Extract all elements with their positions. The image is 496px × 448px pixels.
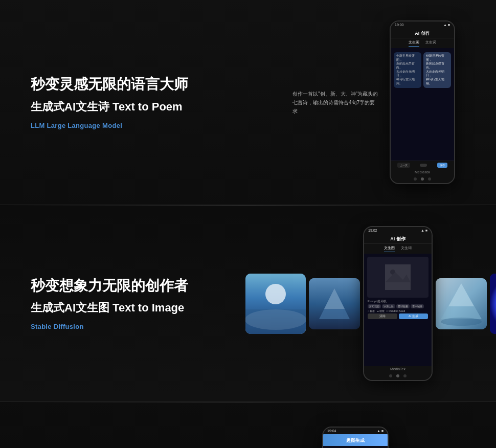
poem-left-line0: 创新世界映蓝图，: [396, 54, 419, 62]
image-signal: ▲ ■: [421, 229, 427, 232]
poem-footer: 上一页 保存: [391, 161, 454, 169]
meme-signal: ▲ ■: [377, 429, 384, 433]
image-radio2[interactable]: ● 精致: [377, 309, 384, 312]
poem-visual-col: 创作一首以"创、新、大、神"为藏头的七言诗，输出的诗需符合4句7字的要求 19:…: [245, 20, 465, 184]
image-tag1[interactable]: 梦幻花园: [368, 304, 381, 308]
svg-point-2: [265, 284, 286, 304]
meme-visual-col: 早上好 19:04 ▲ ■: [245, 423, 465, 448]
svg-rect-14: [490, 274, 496, 334]
poem-phone: 19:00 ▲ ■ AI 创作 文生画 文生词 创新世界映蓝图， 新的起点昂首向…: [390, 20, 455, 184]
meme-screen: 早上好 添加文字： 相机风 4格漫画 相框图 无文字 清除 AI 生成: [323, 446, 388, 449]
poem-save-btn[interactable]: 保存: [437, 163, 447, 168]
image-title-1: 秒变想象力无限的创作者: [31, 277, 245, 295]
poem-tab-right[interactable]: 文生词: [425, 40, 436, 47]
poem-prev-btn[interactable]: 上一页: [397, 163, 410, 168]
image-phone-statusbar: 19:02 ▲ ■: [364, 227, 432, 234]
poem-left-line3: 神马行空天地翔。: [396, 78, 419, 85]
image-phone: 19:02 ▲ ■ AI 创作 文生图 文生词 Pr: [363, 226, 433, 381]
poem-text-col: 秒变灵感无限的语言大师 生成式AI文生诗 Text to Poem LLM La…: [31, 75, 245, 129]
poem-right-line2: 大步走向光明日，: [426, 70, 448, 78]
poem-like-btn[interactable]: [420, 164, 427, 167]
poem-tab-left[interactable]: 文生画: [409, 40, 419, 47]
poem-left-line1: 新的起点昂首向。: [396, 62, 419, 70]
image-tag: Stable Diffusion: [31, 323, 245, 330]
image-nav-recent[interactable]: [403, 374, 407, 377]
image-ai-btn[interactable]: AI 生成: [399, 313, 429, 319]
meme-cards-wrap: 早上好 19:04 ▲ ■: [245, 423, 465, 448]
landscape-tile-1: [245, 274, 306, 334]
landscape-tile-4: [490, 274, 496, 334]
svg-rect-3: [245, 309, 306, 334]
image-preview: [367, 257, 429, 298]
poem-brand: MediaTek: [391, 169, 454, 175]
poem-title-1: 秒变灵感无限的语言大师: [31, 75, 245, 94]
landscape-tile-3: [436, 278, 487, 329]
meme-phone: 19:04 ▲ ■ 趣图生成 早上好 添加文字： 相机风 4格漫画: [322, 427, 389, 449]
poem-instruction: 创作一首以"创、新、大、神"为藏头的七言诗，输出的诗需符合4句7字的要求: [292, 89, 379, 116]
image-visual-col: 19:02 ▲ ■ AI 创作 文生图 文生词 Pr: [245, 226, 496, 381]
image-home-bar: [364, 372, 432, 380]
image-buttons: 清除 AI 生成: [368, 313, 428, 319]
poem-ai-header: AI 创作: [391, 28, 454, 38]
poem-screen: 创新世界映蓝图， 新的起点昂首向。 大步走向光明日， 神马行空天地翔。 创新世界…: [391, 48, 454, 161]
poem-signal: ▲ ■: [443, 23, 450, 27]
image-prompt-tags: 梦幻花园 冰冻山脉 星球能量 雪中城堡: [368, 304, 428, 308]
image-text-col: 秒变想象力无限的创作者 生成式AI文生图 Text to Image Stabl…: [31, 277, 245, 330]
poem-time: 19:00: [395, 23, 404, 27]
poem-phone-statusbar: 19:00 ▲ ■: [391, 21, 454, 28]
image-tag4[interactable]: 雪中城堡: [411, 304, 424, 308]
image-radios: ○ 标准 ● 精致 □ Random Seed: [368, 309, 428, 312]
poem-title-2: 生成式AI文生诗 Text to Poem: [31, 99, 245, 115]
poem-nav-home[interactable]: [421, 177, 424, 181]
landscape-tile-2: [309, 278, 360, 329]
meme-ai-header: 趣图生成: [323, 434, 388, 446]
meme-time: 19:04: [327, 429, 336, 433]
svg-point-13: [441, 318, 482, 326]
image-title-2: 生成式AI文生图 Text to Image: [31, 300, 245, 316]
image-brand: MediaTek: [364, 366, 432, 372]
poem-nav-back[interactable]: [414, 177, 417, 181]
poem-right-line3: 神马行空天地翔。: [426, 78, 448, 85]
poem-right-line1: 新的起点昂首向。: [426, 62, 448, 70]
poem-section: 秒变灵感无限的语言大师 生成式AI文生诗 Text to Poem LLM La…: [0, 0, 496, 205]
poem-instruction-text: 创作一首以"创、新、大、神"为藏头的七言诗，输出的诗需符合4句7字的要求: [292, 89, 379, 116]
image-section: 秒变想象力无限的创作者 生成式AI文生图 Text to Image Stabl…: [0, 206, 496, 402]
image-tabs: 文生图 文生词: [364, 244, 432, 254]
meme-phone-statusbar: 19:04 ▲ ■: [323, 428, 388, 434]
image-prompt-section: Prompt 提词机 梦幻花园 冰冻山脉 星球能量 雪中城堡 ○ 标准 ● 精致…: [366, 299, 430, 320]
meme-section: 秒变幽默风趣的网络达人 生成式AI文生趣图 Text to Meme Stabl…: [0, 402, 496, 448]
poem-home-bar: [391, 175, 454, 183]
image-ai-header: AI 创作: [364, 234, 432, 244]
image-radio1[interactable]: ○ 标准: [368, 309, 375, 312]
poem-bubble-left: 创新世界映蓝图， 新的起点昂首向。 大步走向光明日， 神马行空天地翔。: [394, 52, 421, 88]
poem-bubble-right: 创新世界映蓝图， 新的起点昂首向。 大步走向光明日， 神马行空天地翔。: [423, 52, 451, 88]
poem-nav-recent[interactable]: [428, 177, 431, 181]
image-nav-back[interactable]: [389, 374, 392, 377]
poem-left-line2: 大步走向光明日，: [396, 70, 419, 78]
image-tab-right[interactable]: 文生词: [401, 245, 412, 252]
image-tab-left[interactable]: 文生图: [384, 245, 395, 252]
image-clear-btn[interactable]: 清除: [368, 313, 397, 319]
poem-tabs: 文生画 文生词: [391, 38, 454, 48]
poem-right-line0: 创新世界映蓝图，: [426, 54, 448, 62]
poem-bubbles: 创新世界映蓝图， 新的起点昂首向。 大步走向光明日， 神马行空天地翔。 创新世界…: [393, 50, 452, 90]
image-radio3[interactable]: □ Random Seed: [387, 309, 405, 312]
image-nav-home[interactable]: [396, 374, 399, 377]
poem-tag: LLM Large Language Model: [31, 122, 245, 129]
image-tag3[interactable]: 星球能量: [396, 304, 410, 308]
image-tag2[interactable]: 冰冻山脉: [382, 304, 395, 308]
image-time: 19:02: [368, 229, 377, 232]
image-screen: Prompt 提词机 梦幻花园 冰冻山脉 星球能量 雪中城堡 ○ 标准 ● 精致…: [364, 254, 432, 366]
image-prompt-label: Prompt 提词机: [368, 300, 428, 303]
